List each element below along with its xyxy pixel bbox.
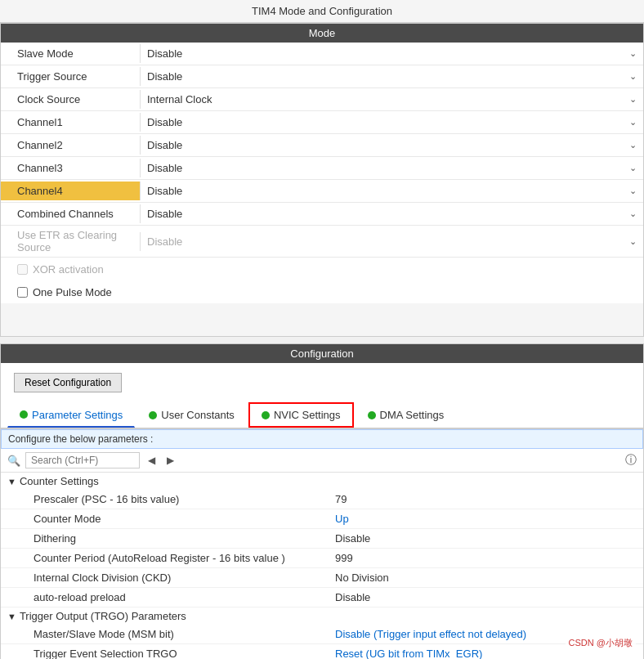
trigger-source-select[interactable]: Disable ⌄: [140, 67, 643, 86]
slave-mode-value: Disable: [147, 47, 182, 60]
auto-reload-value: Disable: [335, 591, 637, 603]
clock-source-select[interactable]: Internal Clock ⌄: [140, 90, 643, 109]
counter-settings-header[interactable]: ▼ Counter Settings: [1, 473, 643, 490]
trigger-source-label: Trigger Source: [1, 67, 140, 86]
channel4-chevron: ⌄: [629, 186, 637, 196]
trigger-source-chevron: ⌄: [629, 71, 637, 82]
xor-activation-checkbox[interactable]: [17, 264, 28, 275]
trigger-output-chevron: ▼: [7, 612, 16, 621]
clock-source-chevron: ⌄: [629, 94, 637, 105]
channel2-label: Channel2: [1, 136, 140, 155]
nvic-settings-dot: [262, 411, 270, 419]
use-etr-chevron: ⌄: [629, 236, 637, 247]
tab-user-constants[interactable]: User Constants: [136, 402, 247, 428]
tab-parameter-settings[interactable]: Parameter Settings: [7, 402, 135, 428]
nav-next-arrow[interactable]: ▶: [163, 453, 177, 468]
counter-period-value: 999: [335, 552, 637, 564]
channel2-chevron: ⌄: [629, 140, 637, 150]
counter-settings-label: Counter Settings: [20, 475, 99, 487]
channel3-select[interactable]: Disable ⌄: [140, 159, 643, 177]
trigger-source-value: Disable: [147, 70, 182, 83]
search-input[interactable]: [25, 452, 140, 468]
config-info-bar: Configure the below parameters :: [1, 429, 643, 449]
search-icon: 🔍: [7, 455, 20, 467]
clock-source-value: Internal Clock: [147, 93, 212, 105]
counter-period-label: Counter Period (AutoReload Register - 16…: [34, 552, 335, 564]
one-pulse-checkbox[interactable]: [17, 287, 28, 298]
parameter-settings-dot: [20, 410, 28, 419]
trigger-event-label: Trigger Event Selection TRGO: [34, 648, 335, 659]
configuration-section: Configuration Reset Configuration Parame…: [0, 343, 644, 659]
channel3-label: Channel3: [1, 159, 140, 177]
combined-channels-value: Disable: [147, 208, 182, 220]
clock-source-label: Clock Source: [1, 90, 140, 109]
channel2-select[interactable]: Disable ⌄: [140, 136, 643, 155]
mode-section-header: Mode: [1, 24, 643, 43]
prescaler-row: Prescaler (PSC - 16 bits value) 79: [1, 490, 643, 509]
channel3-chevron: ⌄: [629, 163, 637, 173]
prescaler-label: Prescaler (PSC - 16 bits value): [34, 493, 335, 505]
trigger-event-row: Trigger Event Selection TRGO Reset (UG b…: [1, 644, 643, 659]
internal-clock-div-label: Internal Clock Division (CKD): [34, 572, 335, 584]
channel1-label: Channel1: [1, 113, 140, 132]
dma-settings-dot: [368, 411, 376, 419]
combined-channels-select[interactable]: Disable ⌄: [140, 204, 643, 223]
auto-reload-label: auto-reload preload: [34, 591, 335, 603]
master-slave-label: Master/Slave Mode (MSM bit): [34, 628, 335, 640]
internal-clock-div-value: No Division: [335, 572, 637, 584]
slave-mode-select[interactable]: Disable ⌄: [140, 44, 643, 63]
trigger-source-row: Trigger Source Disable ⌄: [1, 65, 643, 88]
xor-activation-row: XOR activation: [1, 258, 643, 280]
mode-section: Mode Slave Mode Disable ⌄ Trigger Source…: [0, 23, 644, 337]
slave-mode-row: Slave Mode Disable ⌄: [1, 43, 643, 65]
main-title: TIM4 Mode and Configuration: [0, 0, 644, 23]
counter-period-row: Counter Period (AutoReload Register - 16…: [1, 549, 643, 568]
reset-btn-area: Reset Configuration: [1, 363, 643, 402]
master-slave-row: Master/Slave Mode (MSM bit) Disable (Tri…: [1, 625, 643, 644]
counter-settings-chevron: ▼: [7, 477, 16, 486]
search-bar: 🔍 ◀ ▶ ⓘ: [1, 449, 643, 473]
watermark: CSDN @小胡墩: [566, 635, 636, 651]
user-constants-dot: [149, 411, 157, 419]
channel3-row: Channel3 Disable ⌄: [1, 157, 643, 180]
channel2-value: Disable: [147, 139, 182, 151]
channel1-value: Disable: [147, 116, 182, 128]
nav-prev-arrow[interactable]: ◀: [145, 453, 159, 468]
channel4-row: Channel4 Disable ⌄: [1, 180, 643, 203]
clock-source-row: Clock Source Internal Clock ⌄: [1, 88, 643, 111]
slave-mode-label: Slave Mode: [1, 44, 140, 63]
configuration-section-header: Configuration: [1, 344, 643, 363]
dithering-label: Dithering: [34, 532, 335, 545]
use-etr-label: Use ETR as Clearing Source: [1, 226, 140, 257]
xor-activation-label: XOR activation: [33, 263, 104, 276]
channel2-row: Channel2 Disable ⌄: [1, 134, 643, 157]
reset-configuration-button[interactable]: Reset Configuration: [14, 373, 122, 392]
channel1-row: Channel1 Disable ⌄: [1, 111, 643, 134]
slave-mode-chevron: ⌄: [629, 48, 637, 59]
trigger-output-header[interactable]: ▼ Trigger Output (TRGO) Parameters: [1, 607, 643, 625]
combined-channels-chevron: ⌄: [629, 208, 637, 219]
prescaler-value: 79: [335, 493, 637, 505]
mode-spacer: [1, 303, 643, 336]
tab-dma-settings[interactable]: DMA Settings: [356, 402, 457, 428]
counter-mode-row: Counter Mode Up: [1, 509, 643, 529]
dithering-value: Disable: [335, 532, 637, 545]
combined-channels-row: Combined Channels Disable ⌄: [1, 203, 643, 226]
one-pulse-label: One Pulse Mode: [33, 286, 112, 298]
channel4-value: Disable: [147, 185, 182, 197]
channel1-select[interactable]: Disable ⌄: [140, 113, 643, 132]
auto-reload-row: auto-reload preload Disable: [1, 588, 643, 607]
trigger-output-label: Trigger Output (TRGO) Parameters: [20, 610, 186, 622]
use-etr-select: Disable ⌄: [140, 232, 643, 251]
user-constants-label: User Constants: [161, 409, 235, 421]
param-tree: ▼ Counter Settings Prescaler (PSC - 16 b…: [1, 473, 643, 659]
internal-clock-div-row: Internal Clock Division (CKD) No Divisio…: [1, 568, 643, 588]
channel1-chevron: ⌄: [629, 117, 637, 128]
tabs-bar: Parameter Settings User Constants NVIC S…: [1, 402, 643, 429]
channel4-select[interactable]: Disable ⌄: [140, 182, 643, 200]
dithering-row: Dithering Disable: [1, 529, 643, 549]
channel3-value: Disable: [147, 162, 182, 174]
use-etr-value: Disable: [147, 235, 182, 248]
info-icon: ⓘ: [625, 453, 637, 468]
tab-nvic-settings[interactable]: NVIC Settings: [248, 402, 354, 428]
